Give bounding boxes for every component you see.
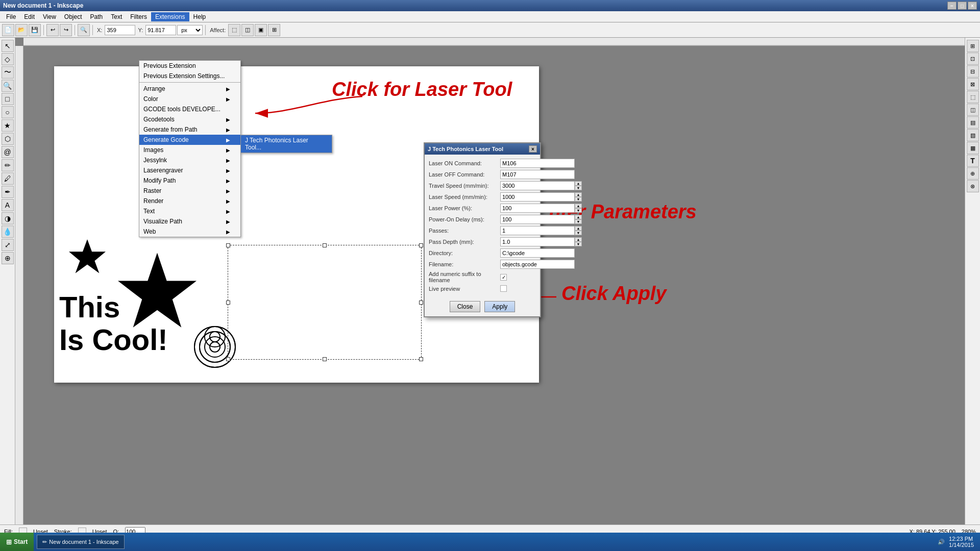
passes-down[interactable]: ▼ — [575, 231, 582, 235]
power-delay-up[interactable]: ▲ — [575, 215, 582, 219]
save-btn[interactable]: 💾 — [29, 24, 41, 36]
minimize-button[interactable]: − — [947, 2, 957, 10]
snap-btn6[interactable]: ◫ — [967, 104, 979, 116]
numeric-suffix-checkbox[interactable]: ✓ — [500, 274, 507, 281]
menu-web[interactable]: Web▶ — [139, 227, 240, 237]
select-tool[interactable]: ↖ — [2, 40, 14, 52]
spiral-tool[interactable]: @ — [2, 146, 14, 158]
taskbar-inkscape[interactable]: ✏ New document 1 - Inkscape — [37, 535, 124, 549]
menu-help[interactable]: Help — [189, 12, 210, 21]
menu-arrange[interactable]: Arrange▶ — [139, 84, 240, 94]
connector-tool[interactable]: ⤢ — [2, 239, 14, 251]
new-btn[interactable]: 📄 — [2, 24, 14, 36]
zoom-tool[interactable]: 🔍 — [2, 80, 14, 92]
menu-file[interactable]: File — [2, 12, 20, 21]
pass-depth-up[interactable]: ▲ — [575, 237, 582, 242]
snap-btn1[interactable]: ⊞ — [967, 40, 979, 52]
pen-tool[interactable]: 🖊 — [2, 172, 14, 185]
callig-tool[interactable]: ✒ — [2, 186, 14, 198]
filename-input[interactable] — [500, 260, 575, 269]
affect-btn1[interactable]: ⬚ — [228, 24, 240, 36]
pass-depth-input[interactable] — [500, 237, 575, 246]
passes-input[interactable] — [500, 226, 575, 235]
handle-tc[interactable] — [323, 243, 327, 247]
eyedropper-tool[interactable]: 💧 — [2, 226, 14, 238]
text-tool[interactable]: A — [2, 199, 14, 211]
laser-power-input[interactable] — [500, 204, 575, 213]
handle-mr[interactable] — [419, 300, 423, 305]
T-btn[interactable]: T — [967, 155, 979, 167]
menu-previous-extension-settings[interactable]: Previous Extension Settings... — [139, 71, 240, 81]
handle-bl[interactable] — [226, 357, 230, 361]
redo-btn[interactable]: ↪ — [60, 24, 72, 36]
laser-power-up[interactable]: ▲ — [575, 204, 582, 208]
menu-laserengraver[interactable]: Laserengraver▶ — [139, 165, 240, 176]
menu-modify-path[interactable]: Modify Path▶ — [139, 176, 240, 186]
menu-view[interactable]: View — [39, 12, 60, 21]
open-btn[interactable]: 📂 — [15, 24, 28, 36]
zoom-btn[interactable]: 🔍 — [78, 24, 90, 36]
snap-btn2[interactable]: ⊡ — [967, 53, 979, 65]
3d-tool[interactable]: ⬡ — [2, 133, 14, 145]
dialog-close-icon[interactable]: × — [529, 145, 537, 153]
handle-ml[interactable] — [226, 300, 230, 305]
apply-button[interactable]: Apply — [484, 301, 515, 312]
travel-speed-input[interactable] — [500, 181, 575, 190]
menu-gcode-tools[interactable]: GCODE tools DEVELOPE... — [139, 104, 240, 114]
spray-tool[interactable]: ⊕ — [2, 252, 14, 264]
affect-btn2[interactable]: ◫ — [241, 24, 254, 36]
snap-btn4[interactable]: ⊠ — [967, 78, 979, 90]
maximize-button[interactable]: □ — [958, 2, 967, 10]
menu-filters[interactable]: Filters — [126, 12, 151, 21]
pencil-tool[interactable]: ✏ — [2, 159, 14, 171]
x-input[interactable] — [105, 25, 135, 35]
snap-btn10[interactable]: ⊕ — [967, 167, 979, 180]
handle-br[interactable] — [419, 357, 423, 361]
laser-speed-up[interactable]: ▲ — [575, 192, 582, 197]
directory-input[interactable] — [500, 248, 575, 258]
laser-speed-input[interactable] — [500, 192, 575, 202]
menu-previous-extension[interactable]: Previous Extension — [139, 61, 240, 71]
tweak-tool[interactable]: 〜 — [2, 66, 14, 79]
node-tool[interactable]: ◇ — [2, 53, 14, 65]
snap-btn8[interactable]: ▧ — [967, 129, 979, 141]
canvas-area[interactable]: // drawn via CSS background — [15, 38, 965, 524]
menu-object[interactable]: Object — [60, 12, 86, 21]
menu-gcodetools[interactable]: Gcodetools▶ — [139, 114, 240, 124]
laser-speed-down[interactable]: ▼ — [575, 197, 582, 202]
menu-edit[interactable]: Edit — [20, 12, 39, 21]
unit-select[interactable]: px mm — [177, 25, 203, 35]
y-input[interactable] — [145, 25, 176, 35]
laser-power-down[interactable]: ▼ — [575, 208, 582, 213]
handle-tr[interactable] — [419, 243, 423, 247]
menu-jtech-laser[interactable]: J Tech Photonics Laser Tool... — [241, 135, 332, 153]
snap-btn11[interactable]: ⊗ — [967, 180, 979, 192]
star-tool[interactable]: ★ — [2, 119, 14, 132]
menu-text[interactable]: Text — [107, 12, 126, 21]
power-delay-input[interactable] — [500, 215, 575, 224]
travel-speed-down[interactable]: ▼ — [575, 186, 582, 190]
menu-color[interactable]: Color▶ — [139, 94, 240, 104]
gradient-tool[interactable]: ◑ — [2, 212, 14, 224]
passes-up[interactable]: ▲ — [575, 226, 582, 231]
laser-on-input[interactable] — [500, 159, 575, 168]
menu-render[interactable]: Render▶ — [139, 196, 240, 206]
snap-btn3[interactable]: ⊟ — [967, 65, 979, 78]
travel-speed-up[interactable]: ▲ — [575, 181, 582, 186]
power-delay-down[interactable]: ▼ — [575, 219, 582, 224]
menu-extensions[interactable]: Extensions — [151, 12, 189, 21]
affect-btn3[interactable]: ▣ — [255, 24, 267, 36]
laser-off-input[interactable] — [500, 170, 575, 179]
snap-btn5[interactable]: ⬚ — [967, 91, 979, 103]
handle-tl[interactable] — [226, 243, 230, 247]
undo-btn[interactable]: ↩ — [46, 24, 59, 36]
close-button[interactable]: Close — [450, 301, 481, 312]
close-button[interactable]: × — [968, 2, 977, 10]
start-button[interactable]: ⊞ Start — [0, 533, 34, 551]
affect-btn4[interactable]: ⊞ — [268, 24, 280, 36]
circle-tool[interactable]: ○ — [2, 106, 14, 118]
live-preview-checkbox[interactable] — [500, 285, 507, 292]
menu-generate-from-path[interactable]: Generate from Path▶ — [139, 124, 240, 135]
menu-text[interactable]: Text▶ — [139, 206, 240, 216]
menu-visualize-path[interactable]: Visualize Path▶ — [139, 216, 240, 227]
